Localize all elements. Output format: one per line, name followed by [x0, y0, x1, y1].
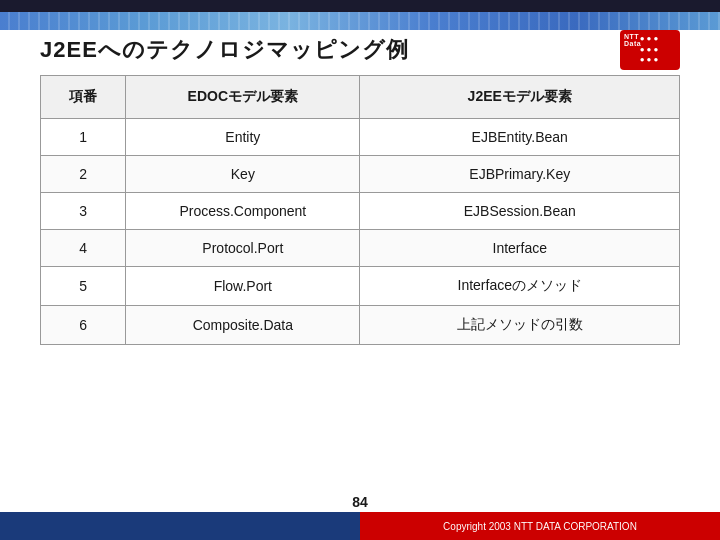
cell-num: 6 — [41, 306, 126, 345]
header-bar — [0, 0, 720, 12]
table-row: 4Protocol.PortInterface — [41, 230, 680, 267]
cell-j2ee: EJBSession.Bean — [360, 193, 680, 230]
cell-j2ee: EJBPrimary.Key — [360, 156, 680, 193]
table-row: 3Process.ComponentEJBSession.Bean — [41, 193, 680, 230]
wave-bar — [0, 12, 720, 30]
cell-j2ee: Interface — [360, 230, 680, 267]
footer-right: Copyright 2003 NTT DATA CORPORATION — [360, 512, 720, 540]
table-row: 2KeyEJBPrimary.Key — [41, 156, 680, 193]
cell-j2ee: 上記メソッドの引数 — [360, 306, 680, 345]
footer-bar: Copyright 2003 NTT DATA CORPORATION — [0, 512, 720, 540]
table-row: 6Composite.Data上記メソッドの引数 — [41, 306, 680, 345]
page-title: J2EEへのテクノロジマッピング例 — [40, 35, 409, 65]
cell-num: 2 — [41, 156, 126, 193]
cell-num: 4 — [41, 230, 126, 267]
cell-num: 1 — [41, 119, 126, 156]
title-area: J2EEへのテクノロジマッピング例 NTTData — [40, 30, 680, 70]
footer-copyright: Copyright 2003 NTT DATA CORPORATION — [443, 521, 637, 532]
page-number: 84 — [336, 492, 384, 512]
mapping-table: 項番 EDOCモデル要素 J2EEモデル要素 1EntityEJBEntity.… — [40, 75, 680, 345]
cell-j2ee: EJBEntity.Bean — [360, 119, 680, 156]
cell-num: 3 — [41, 193, 126, 230]
cell-edoc: Process.Component — [126, 193, 360, 230]
cell-edoc: Protocol.Port — [126, 230, 360, 267]
logo-text: NTTData — [624, 33, 641, 47]
footer-left — [0, 512, 360, 540]
table-row: 1EntityEJBEntity.Bean — [41, 119, 680, 156]
main-content: 項番 EDOCモデル要素 J2EEモデル要素 1EntityEJBEntity.… — [40, 75, 680, 490]
nttdata-logo: NTTData — [620, 30, 680, 70]
cell-j2ee: Interfaceのメソッド — [360, 267, 680, 306]
table-header-row: 項番 EDOCモデル要素 J2EEモデル要素 — [41, 76, 680, 119]
table-row: 5Flow.PortInterfaceのメソッド — [41, 267, 680, 306]
cell-edoc: Key — [126, 156, 360, 193]
cell-num: 5 — [41, 267, 126, 306]
col-header-j2ee: J2EEモデル要素 — [360, 76, 680, 119]
col-header-num: 項番 — [41, 76, 126, 119]
cell-edoc: Composite.Data — [126, 306, 360, 345]
cell-edoc: Flow.Port — [126, 267, 360, 306]
col-header-edoc: EDOCモデル要素 — [126, 76, 360, 119]
cell-edoc: Entity — [126, 119, 360, 156]
